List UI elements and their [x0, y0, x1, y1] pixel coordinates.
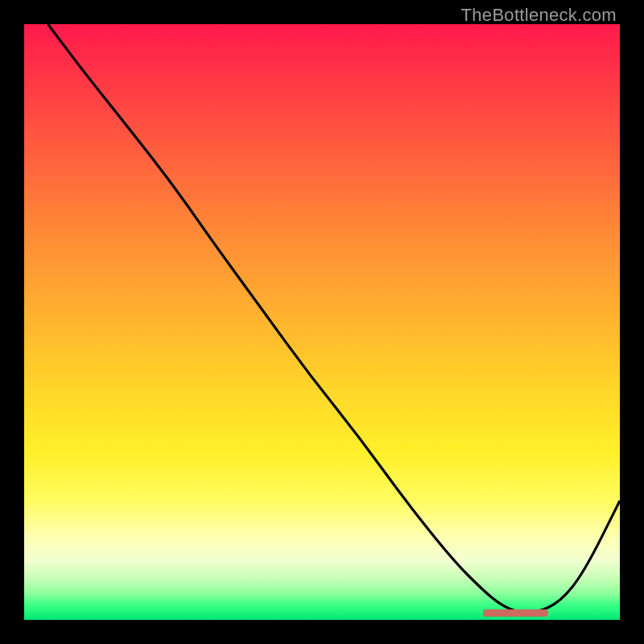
bottleneck-curve-path	[48, 24, 620, 613]
watermark-text: TheBottleneck.com	[461, 5, 617, 26]
chart-curve-svg	[24, 24, 620, 620]
chart-frame	[24, 24, 620, 620]
optimal-range-marker	[483, 609, 548, 617]
